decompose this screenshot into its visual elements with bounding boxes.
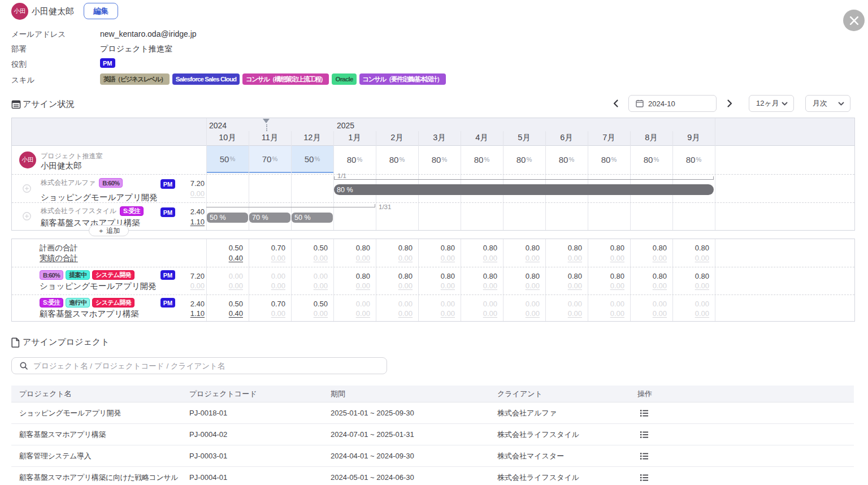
plan-hours: 7.20 [164,179,205,188]
calendar-icon [636,99,644,107]
actual-hours[interactable]: 1.10 [164,309,205,318]
edit-button[interactable]: 編集 [84,3,118,19]
member-name: 小田健太郎 [32,6,74,17]
actual-hours[interactable]: 0.00 [164,282,205,291]
capacity-cell[interactable]: 80% [461,146,503,173]
category-badge: システム開発 [92,298,134,308]
next-month-button[interactable] [724,98,735,109]
project-period-cell: 2024-05-01 ~ 2024-06-30 [331,467,414,485]
project-table-row[interactable]: 顧客基盤スマホアプリ構築に向けた戦略コンサル PJ-0004-01 2024-0… [11,467,854,485]
close-button[interactable] [843,10,865,31]
phase-badge: 進行中 [66,298,90,308]
capacity-unit: % [399,156,405,163]
row-actions-button[interactable] [640,430,649,441]
col-header-name: プロジェクト名 [19,386,72,402]
actual-hours[interactable]: 0.00 [164,189,205,198]
project-name[interactable]: ショッピングモールアプリ開発 [41,192,158,203]
assign-status-header: アサイン状況 [11,99,74,110]
prev-month-button[interactable] [610,98,622,109]
skill-badge: コンサル（構想策定/上流工程） [242,73,329,85]
col-header-period: 期間 [331,386,345,402]
actual-total-label[interactable]: 実績の合計 [40,254,78,263]
span-end-label: 1/31 [379,203,391,210]
projects-table: プロジェクト名 プロジェクトコード 期間 クライアント 操作 ショッピングモール… [11,386,855,485]
project-client-cell: 株式会社マイスター [497,445,564,467]
range-select[interactable]: 12ヶ月 [749,95,794,112]
project-table-row[interactable]: 顧客基盤スマホアプリ構築 PJ-0004-02 2024-07-01 ~ 202… [11,424,854,445]
actual-hours[interactable]: 1.10 [164,218,205,227]
capacity-cell[interactable]: 70% [249,146,291,173]
value-cell: 0.00 [545,300,582,309]
today-marker-line [266,124,267,131]
project-client-cell: 株式会社ライフスタイル [497,467,579,485]
month-label: 11月 [249,132,291,143]
capacity-cell[interactable]: 50% [206,146,249,173]
month-label: 10月 [206,132,249,143]
expand-plus-icon[interactable] [23,184,31,193]
value-cell: 0.00 [588,309,624,318]
month-label: 1月 [333,132,376,143]
category-badge: システム開発 [92,270,134,280]
value-cell: 0.00 [545,309,582,318]
grid-line [461,131,461,230]
skill-badge: コンサル（要件定義/基本設計） [359,73,446,85]
gantt-bar[interactable]: 80 % [334,184,714,195]
month-label: 6月 [545,132,588,143]
value-cell: 0.80 [672,272,709,281]
capacity-cell[interactable]: 50% [291,146,333,173]
project-table-row[interactable]: ショッピングモールアプリ開発 PJ-0018-01 2025-01-01 ~ 2… [11,402,854,424]
value-cell: 0.00 [418,282,455,291]
capacity-unit: % [314,155,320,162]
capacity-cell[interactable]: 80% [418,146,461,173]
capacity-cell[interactable]: 80% [672,146,715,173]
gantt-bar-label: 50 % [210,214,226,222]
assignment-client-row: 株式会社アルファ B:60% [41,178,123,188]
capacity-cell[interactable]: 80% [503,146,545,173]
value-cell: 0.00 [249,272,285,281]
value-cell: 0.00 [588,300,624,309]
capacity-value: 80 [389,155,399,164]
gantt-bar-label: 50 % [294,214,311,222]
capacity-cell[interactable]: 80% [545,146,588,173]
month-label: 9月 [672,132,715,143]
project-search [11,357,387,374]
value-cell: 0.00 [418,254,455,263]
capacity-cell[interactable]: 80% [630,146,672,173]
value-cell: 0.70 [249,244,285,253]
project-search-input[interactable] [11,357,387,374]
project-name[interactable]: 顧客基盤スマホアプリ構築 [40,309,139,319]
row-actions-button[interactable] [640,473,649,484]
period-input[interactable]: 2024-10 [628,95,717,112]
add-assignment-button[interactable]: ＋ 追加 [89,225,129,236]
capacity-cell[interactable]: 80% [333,146,376,173]
client-name: 株式会社ライフスタイル [41,206,116,216]
value-cell: 0.00 [672,282,709,291]
project-client-cell: 株式会社アルファ [497,402,557,424]
project-name[interactable]: ショッピングモールアプリ開発 [40,281,157,292]
row-actions-button[interactable] [640,409,649,420]
capacity-unit: % [526,156,532,163]
span-tick [713,176,714,180]
expand-plus-icon[interactable] [23,212,31,220]
capacity-value: 70 [262,154,272,164]
value-cell: 0.00 [291,309,328,318]
calendar-status-icon [11,99,21,109]
capacity-cell[interactable]: 80% [588,146,630,173]
value-cell: 0.00 [461,300,497,309]
assignment-client-row: 株式会社ライフスタイル S:受注 [41,206,144,216]
value-cell: 0.00 [291,282,328,291]
grid-line [376,131,376,230]
row-actions-button[interactable] [640,452,649,463]
assign-status-title: アサイン状況 [23,99,74,110]
department-label: 部署 [11,44,27,54]
value-cell: 0.80 [418,272,455,281]
capacity-cell[interactable]: 80% [376,146,418,173]
unit-select[interactable]: 月次 [805,95,850,112]
gantt-bar[interactable]: 70 % [249,213,290,223]
gantt-bar[interactable]: 50 % [207,213,248,223]
gantt-bar[interactable]: 50 % [292,213,333,223]
value-cell: 0.00 [503,300,540,309]
member-org: プロジェクト推進室 [41,151,103,161]
chevron-left-icon [611,99,620,108]
project-table-row[interactable]: 顧客管理システム導入 PJ-0003-01 2024-04-01 ~ 2024-… [11,445,854,467]
